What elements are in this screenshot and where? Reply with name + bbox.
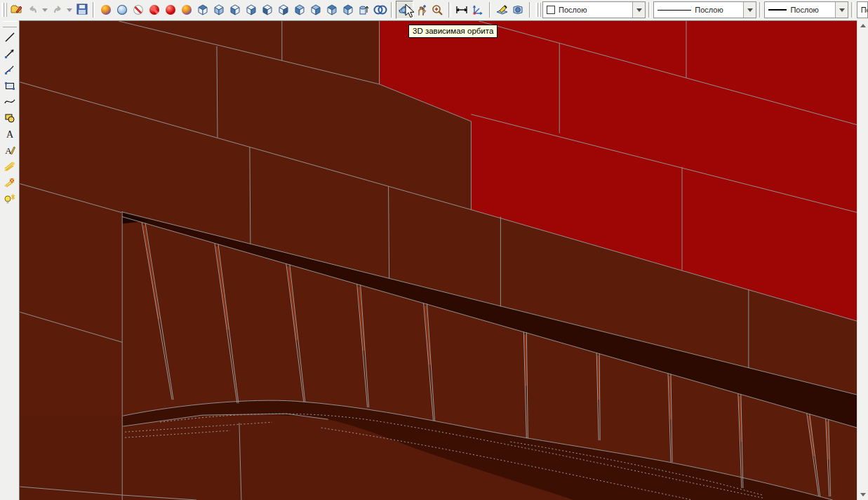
line-icon: [4, 32, 15, 43]
vertical-scrollbar[interactable]: [857, 20, 868, 500]
view-object-button[interactable]: [356, 1, 372, 18]
ucs-axes-icon: [472, 4, 484, 16]
bulb-spark-button[interactable]: [1, 190, 18, 206]
sphere-hidden-icon: [133, 5, 143, 15]
lineweight-combobox[interactable]: Послою: [764, 1, 848, 18]
application-window: Послою Послою Послою По: [0, 0, 868, 500]
sphere-gradient-icon: [182, 5, 192, 15]
chevron-down-icon: [42, 8, 48, 15]
redo-expand-button[interactable]: [65, 1, 74, 18]
plotstyle-combobox[interactable]: По: [857, 1, 868, 18]
iso-nw-button[interactable]: [340, 1, 356, 18]
spark-icon: [4, 161, 15, 172]
iso-sw-icon: [293, 4, 306, 16]
camera-button[interactable]: [372, 1, 388, 18]
rectangle-button[interactable]: [1, 77, 18, 93]
toolbar-separator: [448, 2, 450, 18]
polyline-icon: [4, 64, 15, 75]
sphere-shaded-icon: [101, 5, 111, 15]
svg-text:A: A: [6, 129, 13, 140]
model-view: [20, 21, 857, 500]
scroll-up-button[interactable]: [857, 20, 868, 31]
left-dock: A A: [0, 20, 19, 500]
color-combobox[interactable]: Послою: [542, 1, 646, 18]
spark-red-icon: [4, 177, 15, 188]
view-front-button[interactable]: [259, 1, 275, 18]
toolbar-grip[interactable]: [1, 3, 7, 17]
redo-button[interactable]: [49, 1, 65, 18]
lineweight-combo-arrow[interactable]: [835, 2, 848, 18]
zoom-icon: [432, 4, 443, 16]
toolbar-separator: [851, 2, 853, 18]
region-button[interactable]: [1, 110, 18, 126]
plotstyle-value: По: [861, 6, 868, 14]
tooltip: 3D зависимая орбита: [408, 25, 498, 38]
undo-expand-button[interactable]: [41, 1, 49, 18]
iso-se-icon: [309, 4, 322, 16]
view-top-icon: [196, 4, 209, 16]
linetype-combo-arrow[interactable]: [743, 2, 756, 18]
sphere-red-slash-icon: [149, 5, 159, 15]
zoom-button[interactable]: [429, 1, 446, 18]
toolbar-grip[interactable]: [535, 3, 541, 17]
view-front-icon: [261, 4, 274, 16]
spline-button[interactable]: [1, 93, 18, 110]
toolbar-separator: [93, 2, 95, 18]
undo-button[interactable]: [25, 1, 41, 18]
line-button[interactable]: [1, 29, 18, 45]
edit-text-button[interactable]: A: [1, 142, 18, 158]
view-back-button[interactable]: [275, 1, 291, 18]
distance-button[interactable]: [454, 1, 470, 18]
lineweight-value: Послою: [790, 6, 818, 14]
scroll-down-button[interactable]: [857, 489, 868, 500]
spark-button[interactable]: [1, 158, 18, 174]
chevron-down-icon: [839, 8, 845, 15]
shade-wireframe-button[interactable]: [114, 1, 130, 18]
shade-flat-edges-button[interactable]: [146, 1, 162, 18]
view-top-button[interactable]: [194, 1, 211, 18]
toolbar-separator: [648, 2, 650, 18]
shade-gouraud-button[interactable]: [162, 1, 178, 18]
redo-icon: [52, 4, 63, 16]
orbit-button[interactable]: [396, 1, 413, 19]
construction-line-icon: [4, 48, 15, 59]
color-combo-arrow[interactable]: [632, 2, 645, 18]
save-button[interactable]: [74, 1, 90, 18]
view-right-button[interactable]: [243, 1, 259, 18]
spline-icon: [4, 96, 15, 107]
sphere-red-icon: [166, 5, 175, 15]
view-bottom-button[interactable]: [211, 1, 227, 18]
orbit-3d-icon: [399, 4, 411, 16]
text-button[interactable]: A: [1, 126, 18, 142]
linetype-combobox[interactable]: Послою: [653, 1, 756, 18]
distance-icon: [455, 5, 468, 15]
view-object-icon: [358, 4, 370, 16]
iso-ne-button[interactable]: [323, 1, 340, 18]
polyline-button[interactable]: [1, 61, 18, 77]
3d-views-button[interactable]: [510, 1, 526, 18]
ucs-button[interactable]: [470, 1, 486, 18]
shade-gouraud-edges-button[interactable]: [178, 1, 194, 18]
construction-line-button[interactable]: [1, 45, 18, 61]
undo-icon: [27, 4, 39, 16]
shade-hidden-button[interactable]: [130, 1, 146, 18]
drawing-viewport[interactable]: [19, 20, 857, 500]
shade-flat-button[interactable]: [98, 1, 114, 18]
iso-sw-button[interactable]: [291, 1, 307, 18]
toolbar-grip[interactable]: [3, 21, 17, 27]
spark-red-button[interactable]: [1, 174, 18, 190]
render-button[interactable]: [494, 1, 510, 18]
arrow-up-icon: [860, 21, 866, 27]
rectangle-icon: [4, 80, 15, 91]
iso-se-button[interactable]: [307, 1, 323, 18]
top-toolbar: Послою Послою Послою По: [0, 0, 868, 20]
toolbar-separator: [759, 2, 761, 18]
pan-button[interactable]: [413, 1, 429, 18]
view-left-icon: [229, 4, 241, 16]
linetype-value: Послою: [695, 6, 723, 14]
linetype-preview: [657, 10, 691, 11]
camera-lens-icon: [373, 5, 387, 15]
open-button[interactable]: [8, 1, 25, 18]
iso-nw-icon: [342, 4, 354, 16]
view-left-button[interactable]: [227, 1, 243, 18]
